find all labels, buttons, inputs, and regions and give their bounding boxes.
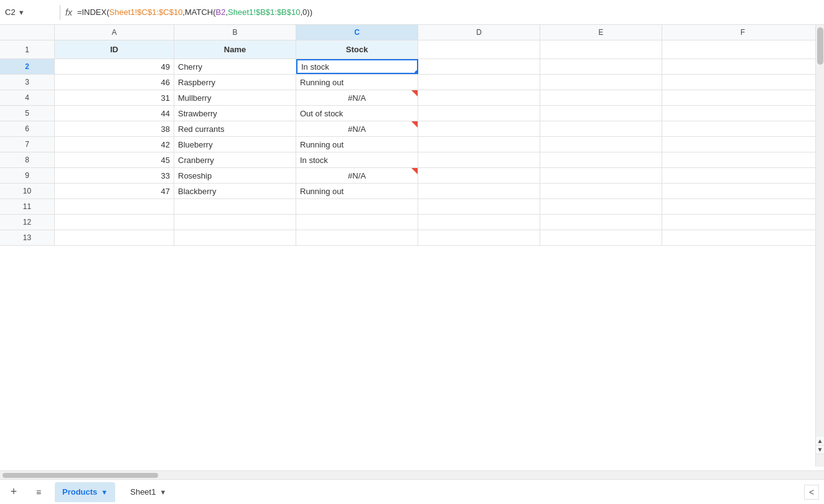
cell-1-c[interactable]: Stock bbox=[296, 40, 418, 58]
col-header-d[interactable]: D bbox=[418, 25, 540, 40]
col-header-c[interactable]: C bbox=[296, 25, 418, 40]
cell-9-c[interactable]: #N/A bbox=[296, 168, 418, 183]
cell-9-a[interactable]: 33 bbox=[55, 168, 174, 183]
cell-2-f[interactable] bbox=[662, 59, 824, 74]
cell-2-d[interactable] bbox=[418, 59, 540, 74]
cell-3-a[interactable]: 46 bbox=[55, 75, 174, 90]
vertical-scrollbar[interactable] bbox=[815, 25, 824, 467]
cell-12-f[interactable] bbox=[662, 215, 824, 230]
cell-5-d[interactable] bbox=[418, 106, 540, 121]
scroll-down-button[interactable]: ▼ bbox=[816, 446, 825, 454]
cell-9-d[interactable] bbox=[418, 168, 540, 183]
cell-8-e[interactable] bbox=[540, 152, 662, 167]
cell-3-b[interactable]: Raspberry bbox=[174, 75, 296, 90]
scroll-up-button[interactable]: ▲ bbox=[816, 437, 825, 446]
cell-2-b[interactable]: Cherry bbox=[174, 59, 296, 74]
row-num-9[interactable]: 9 bbox=[0, 168, 55, 183]
cell-6-b[interactable]: Red currants bbox=[174, 121, 296, 136]
cell-7-f[interactable] bbox=[662, 137, 824, 152]
cell-10-f[interactable] bbox=[662, 184, 824, 198]
cell-11-e[interactable] bbox=[540, 199, 662, 214]
cell-1-a[interactable]: ID bbox=[55, 40, 174, 58]
cell-1-f[interactable] bbox=[662, 40, 824, 58]
cell-2-a[interactable]: 49 bbox=[55, 59, 174, 74]
cell-8-b[interactable]: Cranberry bbox=[174, 152, 296, 167]
cell-5-c[interactable]: Out of stock bbox=[296, 106, 418, 121]
cell-5-e[interactable] bbox=[540, 106, 662, 121]
cell-13-c[interactable] bbox=[296, 230, 418, 245]
cell-6-d[interactable] bbox=[418, 121, 540, 136]
cell-3-d[interactable] bbox=[418, 75, 540, 90]
cell-8-a[interactable]: 45 bbox=[55, 152, 174, 167]
tab-products[interactable]: Products ▼ bbox=[55, 482, 115, 502]
tab-sheet1-dropdown-icon[interactable]: ▼ bbox=[159, 488, 166, 496]
cell-3-c[interactable]: Running out bbox=[296, 75, 418, 90]
col-header-a[interactable]: A bbox=[55, 25, 174, 40]
cell-6-c[interactable]: #N/A bbox=[296, 121, 418, 136]
cell-8-c[interactable]: In stock bbox=[296, 152, 418, 167]
horizontal-scrollbar[interactable] bbox=[0, 470, 824, 479]
cell-6-f[interactable] bbox=[662, 121, 824, 136]
cell-13-a[interactable] bbox=[55, 230, 174, 245]
row-num-13[interactable]: 13 bbox=[0, 230, 55, 245]
cell-12-c[interactable] bbox=[296, 215, 418, 230]
cell-9-f[interactable] bbox=[662, 168, 824, 183]
cell-5-f[interactable] bbox=[662, 106, 824, 121]
cell-2-c[interactable]: In stock bbox=[296, 59, 418, 74]
cell-4-d[interactable] bbox=[418, 90, 540, 105]
cell-ref-dropdown-icon[interactable]: ▼ bbox=[18, 9, 25, 16]
cell-10-b[interactable]: Blackberry bbox=[174, 184, 296, 198]
cell-6-e[interactable] bbox=[540, 121, 662, 136]
cell-8-f[interactable] bbox=[662, 152, 824, 167]
cell-10-c[interactable]: Running out bbox=[296, 184, 418, 198]
cell-7-e[interactable] bbox=[540, 137, 662, 152]
cell-7-d[interactable] bbox=[418, 137, 540, 152]
row-num-5[interactable]: 5 bbox=[0, 106, 55, 121]
cell-9-e[interactable] bbox=[540, 168, 662, 183]
cell-1-b[interactable]: Name bbox=[174, 40, 296, 58]
cell-12-a[interactable] bbox=[55, 215, 174, 230]
row-num-4[interactable]: 4 bbox=[0, 90, 55, 105]
cell-13-f[interactable] bbox=[662, 230, 824, 245]
cell-7-a[interactable]: 42 bbox=[55, 137, 174, 152]
cell-3-f[interactable] bbox=[662, 75, 824, 90]
row-num-7[interactable]: 7 bbox=[0, 137, 55, 152]
add-sheet-button[interactable]: + bbox=[5, 483, 22, 501]
cell-11-f[interactable] bbox=[662, 199, 824, 214]
cell-4-e[interactable] bbox=[540, 90, 662, 105]
cell-2-e[interactable] bbox=[540, 59, 662, 74]
cell-13-d[interactable] bbox=[418, 230, 540, 245]
cell-5-b[interactable]: Strawberry bbox=[174, 106, 296, 121]
tab-products-dropdown-icon[interactable]: ▼ bbox=[101, 488, 108, 496]
cell-4-b[interactable]: Mullberry bbox=[174, 90, 296, 105]
cell-12-b[interactable] bbox=[174, 215, 296, 230]
cell-9-b[interactable]: Roseship bbox=[174, 168, 296, 183]
cell-reference[interactable]: C2 ▼ bbox=[5, 7, 55, 17]
h-scrollbar-thumb[interactable] bbox=[2, 473, 158, 478]
formula-content[interactable]: =INDEX(Sheet1!$C$1:$C$10,MATCH(B2,Sheet1… bbox=[77, 7, 819, 17]
row-num-6[interactable]: 6 bbox=[0, 121, 55, 136]
col-header-f[interactable]: F bbox=[662, 25, 824, 40]
cell-11-a[interactable] bbox=[55, 199, 174, 214]
cell-1-e[interactable] bbox=[540, 40, 662, 58]
cell-11-b[interactable] bbox=[174, 199, 296, 214]
row-num-11[interactable]: 11 bbox=[0, 199, 55, 214]
cell-11-d[interactable] bbox=[418, 199, 540, 214]
col-header-e[interactable]: E bbox=[540, 25, 662, 40]
tab-sheet1[interactable]: Sheet1 ▼ bbox=[123, 482, 174, 502]
row-num-8[interactable]: 8 bbox=[0, 152, 55, 167]
sheet-menu-button[interactable]: ≡ bbox=[30, 483, 47, 501]
row-num-1[interactable]: 1 bbox=[0, 40, 55, 58]
cell-7-c[interactable]: Running out bbox=[296, 137, 418, 152]
row-num-12[interactable]: 12 bbox=[0, 215, 55, 230]
cell-7-b[interactable]: Blueberry bbox=[174, 137, 296, 152]
cell-5-a[interactable]: 44 bbox=[55, 106, 174, 121]
cell-12-e[interactable] bbox=[540, 215, 662, 230]
cell-1-d[interactable] bbox=[418, 40, 540, 58]
cell-11-c[interactable] bbox=[296, 199, 418, 214]
cell-3-e[interactable] bbox=[540, 75, 662, 90]
cell-10-e[interactable] bbox=[540, 184, 662, 198]
cell-4-a[interactable]: 31 bbox=[55, 90, 174, 105]
row-num-3[interactable]: 3 bbox=[0, 75, 55, 90]
cell-4-c[interactable]: #N/A bbox=[296, 90, 418, 105]
